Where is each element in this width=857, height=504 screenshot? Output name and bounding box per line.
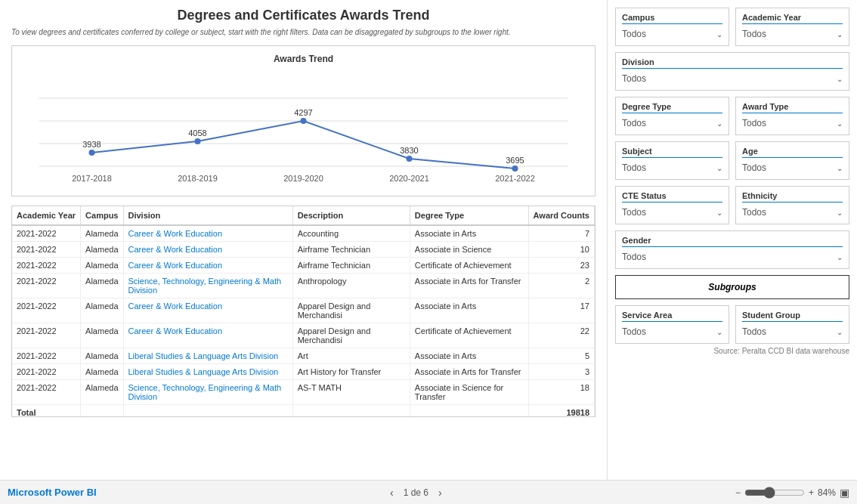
filter-academic-year-select[interactable]: Todos ⌄	[742, 27, 843, 41]
filter-subject-select[interactable]: Todos ⌄	[622, 161, 722, 175]
filter-age[interactable]: Age Todos ⌄	[735, 141, 849, 180]
table-row: 2021-2022AlamedaCareer & Work EducationA…	[12, 258, 595, 274]
filter-division-label: Division	[622, 57, 843, 69]
chevron-down-icon: ⌄	[837, 209, 843, 217]
filter-cte-status-label: CTE Status	[622, 191, 722, 203]
svg-text:4297: 4297	[294, 108, 312, 117]
chart-title: Awards Trend	[20, 54, 587, 64]
powerbi-link[interactable]: Microsoft Power BI	[8, 487, 97, 498]
zoom-controls: − + 84% ▣	[735, 487, 849, 499]
filter-student-group[interactable]: Student Group Todos ⌄	[735, 305, 849, 344]
col-campus: Campus	[81, 206, 123, 225]
svg-text:2018-2019: 2018-2019	[178, 174, 218, 183]
table-row: 2021-2022AlamedaCareer & Work EducationA…	[12, 298, 595, 323]
pagination-controls: ‹ 1 de 6 ›	[386, 485, 446, 500]
fit-page-button[interactable]: ▣	[840, 487, 849, 499]
filter-subject[interactable]: Subject Todos ⌄	[615, 141, 729, 180]
filter-ethnicity-label: Ethnicity	[742, 191, 843, 203]
zoom-minus: −	[735, 487, 741, 498]
report-subtitle: To view degrees and certificates conferr…	[11, 28, 596, 36]
filter-degree-type-select[interactable]: Todos ⌄	[622, 116, 722, 130]
chevron-down-icon: ⌄	[716, 30, 722, 39]
table-row: 2021-2022AlamedaCareer & Work EducationA…	[12, 225, 595, 242]
filter-award-type-value: Todos	[742, 118, 766, 128]
filter-campus-label: Campus	[622, 13, 722, 24]
chevron-down-icon: ⌄	[716, 119, 722, 128]
table-row: 2021-2022AlamedaScience, Technology, Eng…	[12, 274, 595, 298]
table-row: 2021-2022AlamedaCareer & Work EducationA…	[12, 323, 595, 348]
filter-student-group-value: Todos	[742, 326, 766, 337]
filter-age-label: Age	[742, 147, 843, 158]
filter-award-type-select[interactable]: Todos ⌄	[742, 116, 843, 130]
filter-gender-label: Gender	[622, 236, 843, 247]
filter-ethnicity[interactable]: Ethnicity Todos ⌄	[735, 186, 849, 224]
table-row: 2021-2022AlamedaScience, Technology, Eng…	[12, 380, 595, 405]
col-division: Division	[123, 206, 292, 225]
filter-ethnicity-value: Todos	[742, 207, 766, 218]
filter-degree-type-label: Degree Type	[622, 102, 722, 113]
chevron-down-icon: ⌄	[716, 328, 722, 336]
chart-container: Awards Trend 393	[11, 45, 596, 196]
chevron-down-icon: ⌄	[837, 30, 843, 39]
filter-division-value: Todos	[622, 73, 646, 84]
table-row: 2021-2022AlamedaLiberal Studies & Langua…	[12, 364, 595, 380]
filter-cte-status[interactable]: CTE Status Todos ⌄	[615, 186, 729, 224]
filter-gender-value: Todos	[622, 252, 646, 262]
filter-division-select[interactable]: Todos ⌄	[622, 72, 843, 85]
subgroups-button[interactable]: Subgroups	[615, 275, 849, 299]
filter-academic-year-value: Todos	[742, 29, 766, 39]
filter-academic-year[interactable]: Academic Year Todos ⌄	[735, 8, 849, 46]
zoom-value: 84%	[818, 487, 836, 498]
filter-academic-year-label: Academic Year	[742, 13, 843, 24]
svg-text:4058: 4058	[188, 128, 206, 138]
chevron-down-icon: ⌄	[837, 253, 843, 261]
awards-trend-chart: 3938 4058 4297 3830 3695 2017-2018 2018-…	[20, 68, 587, 185]
filter-age-select[interactable]: Todos ⌄	[742, 161, 843, 175]
filter-campus[interactable]: Campus Todos ⌄	[615, 8, 729, 46]
chevron-down-icon: ⌄	[837, 119, 843, 128]
prev-page-button[interactable]: ‹	[386, 485, 398, 500]
svg-text:2020-2021: 2020-2021	[389, 174, 429, 183]
filter-division[interactable]: Division Todos ⌄	[615, 52, 849, 91]
svg-text:3695: 3695	[506, 156, 524, 165]
filters-grid: Campus Todos ⌄ Academic Year Todos ⌄	[615, 8, 849, 344]
chevron-down-icon: ⌄	[837, 164, 843, 172]
report-title: Degrees and Certificates Awards Trend	[11, 8, 596, 23]
filter-cte-status-value: Todos	[622, 207, 646, 218]
data-table: Academic Year Campus Division Descriptio…	[11, 206, 596, 417]
bottom-bar: Microsoft Power BI ‹ 1 de 6 › − + 84% ▣	[0, 480, 857, 504]
table-total-row: Total19818	[12, 405, 595, 418]
table-row: 2021-2022AlamedaLiberal Studies & Langua…	[12, 348, 595, 364]
left-panel: Degrees and Certificates Awards Trend To…	[0, 0, 608, 480]
zoom-slider[interactable]	[744, 487, 805, 499]
filter-award-type[interactable]: Award Type Todos ⌄	[735, 97, 849, 135]
filter-cte-status-select[interactable]: Todos ⌄	[622, 206, 722, 219]
filter-age-value: Todos	[742, 162, 766, 173]
svg-text:2019-2020: 2019-2020	[283, 174, 323, 183]
chevron-down-icon: ⌄	[837, 328, 843, 336]
filter-ethnicity-select[interactable]: Todos ⌄	[742, 206, 843, 219]
filter-subject-label: Subject	[622, 147, 722, 158]
right-panel: Campus Todos ⌄ Academic Year Todos ⌄	[608, 0, 857, 480]
svg-text:3938: 3938	[82, 140, 101, 149]
filter-service-area[interactable]: Service Area Todos ⌄	[615, 305, 729, 344]
next-page-button[interactable]: ›	[435, 485, 446, 500]
filter-gender-select[interactable]: Todos ⌄	[622, 250, 843, 264]
svg-point-6	[301, 118, 307, 124]
col-academic-year: Academic Year	[12, 206, 81, 225]
filter-degree-type[interactable]: Degree Type Todos ⌄	[615, 97, 729, 135]
filter-student-group-select[interactable]: Todos ⌄	[742, 325, 843, 339]
filter-student-group-label: Student Group	[742, 311, 843, 322]
svg-point-8	[512, 165, 518, 172]
filter-campus-select[interactable]: Todos ⌄	[622, 27, 722, 41]
chevron-down-icon: ⌄	[716, 209, 722, 217]
svg-text:2017-2018: 2017-2018	[72, 174, 112, 183]
svg-point-7	[407, 156, 413, 162]
col-description: Description	[292, 206, 410, 225]
chevron-down-icon: ⌄	[837, 75, 843, 83]
filter-service-area-select[interactable]: Todos ⌄	[622, 325, 722, 339]
filter-gender[interactable]: Gender Todos ⌄	[615, 230, 849, 269]
svg-point-4	[89, 150, 95, 156]
col-award-counts: Award Counts	[528, 206, 594, 225]
source-text: Source: Peralta CCD BI data warehouse	[615, 347, 849, 355]
